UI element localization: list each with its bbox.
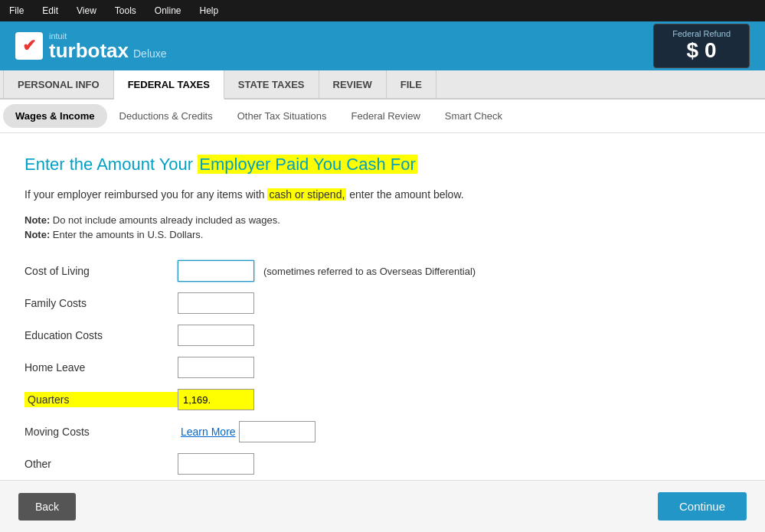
subnav-other-tax[interactable]: Other Tax Situations — [225, 104, 339, 128]
main-navigation: PERSONAL INFO FEDERAL TAXES STATE TAXES … — [0, 70, 765, 100]
heading-highlight: Employer Paid You Cash For — [198, 155, 417, 174]
intro-part1: If your employer reimbursed you for any … — [25, 188, 267, 201]
nav-federal-taxes[interactable]: FEDERAL TAXES — [114, 70, 224, 100]
main-content: Enter the Amount Your Employer Paid You … — [0, 133, 765, 501]
label-family-costs: Family Costs — [25, 297, 178, 309]
logo-deluxe-label: Deluxe — [133, 47, 167, 60]
input-quarters[interactable] — [178, 389, 254, 410]
logo-turbotax-label: turbotaxDeluxe — [49, 39, 167, 62]
intro-text: If your employer reimbursed you for any … — [25, 188, 740, 201]
moving-costs-learn-more[interactable]: Learn More — [181, 426, 236, 438]
menu-help[interactable]: Help — [197, 4, 222, 18]
continue-button[interactable]: Continue — [658, 492, 747, 521]
menu-view[interactable]: View — [74, 4, 100, 18]
refund-currency: $ — [687, 38, 699, 62]
menu-online[interactable]: Online — [152, 4, 185, 18]
input-other[interactable] — [178, 453, 254, 475]
menu-edit[interactable]: Edit — [39, 4, 61, 18]
input-moving-costs[interactable] — [239, 421, 315, 442]
input-education-costs[interactable] — [178, 325, 254, 346]
subnav-deductions-credits[interactable]: Deductions & Credits — [107, 104, 225, 128]
menu-tools[interactable]: Tools — [112, 4, 139, 18]
nav-state-taxes[interactable]: STATE TAXES — [224, 70, 319, 98]
menu-file[interactable]: File — [6, 4, 27, 18]
note2-text: Enter the amounts in U.S. Dollars. — [53, 229, 204, 240]
note2-label: Note: — [25, 229, 50, 240]
subnav-smart-check[interactable]: Smart Check — [433, 104, 515, 128]
federal-refund-box: Federal Refund $ 0 — [653, 24, 750, 68]
form-section: Cost of Living (sometimes referred to as… — [25, 260, 740, 475]
field-education-costs: Education Costs — [25, 325, 740, 346]
intro-highlight: cash or stipend, — [267, 188, 346, 201]
back-button[interactable]: Back — [18, 493, 76, 521]
label-education-costs: Education Costs — [25, 329, 178, 341]
subnav-federal-review[interactable]: Federal Review — [339, 104, 433, 128]
sub-navigation: Wages & Income Deductions & Credits Othe… — [0, 100, 765, 133]
logo-text: intuit turbotaxDeluxe — [49, 31, 167, 60]
intro-part2: enter the amount below. — [346, 188, 463, 201]
note1-label: Note: — [25, 214, 50, 226]
field-cost-of-living: Cost of Living (sometimes referred to as… — [25, 260, 740, 282]
page-title: Enter the Amount Your Employer Paid You … — [25, 155, 740, 175]
note-row-1: Note: Do not include amounts already inc… — [25, 214, 740, 226]
field-family-costs: Family Costs — [25, 292, 740, 314]
field-quarters: Quarters — [25, 389, 740, 410]
bottom-bar: Back Continue — [0, 480, 765, 532]
input-home-leave[interactable] — [178, 357, 254, 378]
label-quarters: Quarters — [25, 392, 178, 407]
nav-personal-info[interactable]: PERSONAL INFO — [3, 70, 114, 98]
logo-checkmark: ✔ — [15, 32, 43, 60]
refund-amount: $ 0 — [672, 38, 731, 63]
label-cost-of-living: Cost of Living — [25, 265, 178, 277]
nav-review[interactable]: REVIEW — [319, 70, 387, 98]
label-home-leave: Home Leave — [25, 361, 178, 374]
label-other: Other — [25, 458, 178, 470]
logo-area: ✔ intuit turbotaxDeluxe — [15, 31, 167, 60]
extra-cost-of-living: (sometimes referred to as Overseas Diffe… — [263, 266, 476, 277]
label-moving-costs: Moving Costs — [25, 426, 178, 438]
subnav-wages-income[interactable]: Wages & Income — [3, 104, 107, 128]
heading-part1: Enter the Amount Your — [25, 155, 198, 174]
input-family-costs[interactable] — [178, 292, 254, 314]
field-moving-costs: Moving Costs Learn More — [25, 421, 740, 442]
note-row-2: Note: Enter the amounts in U.S. Dollars. — [25, 229, 740, 240]
field-other: Other — [25, 453, 740, 475]
refund-label: Federal Refund — [672, 29, 731, 38]
note1-text: Do not include amounts already included … — [53, 214, 280, 226]
refund-value: 0 — [705, 38, 717, 62]
app-header: ✔ intuit turbotaxDeluxe Federal Refund $… — [0, 21, 765, 70]
nav-file[interactable]: FILE — [387, 70, 436, 98]
input-cost-of-living[interactable] — [178, 260, 254, 282]
menu-bar: File Edit View Tools Online Help — [0, 0, 765, 21]
field-home-leave: Home Leave — [25, 357, 740, 378]
